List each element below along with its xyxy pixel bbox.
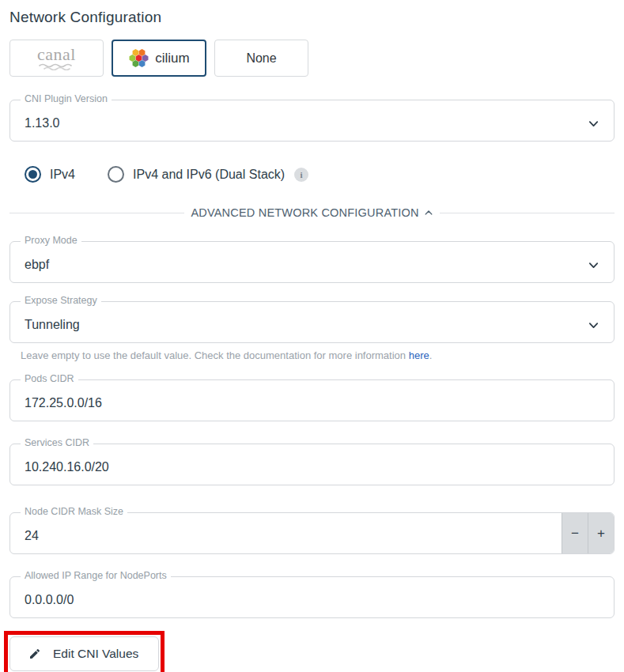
pods-cidr-value: 172.25.0.0/16 — [25, 396, 599, 410]
edit-cni-values-button[interactable]: Edit CNI Values — [9, 636, 159, 671]
cni-option-none[interactable]: None — [214, 40, 308, 77]
services-cidr-input[interactable]: Services CIDR 10.240.16.0/20 — [9, 444, 615, 485]
cni-option-canal[interactable]: canal — [9, 40, 104, 77]
services-cidr-label: Services CIDR — [21, 437, 93, 448]
cni-plugin-version-select[interactable]: CNI Plugin Version 1.13.0 — [9, 100, 615, 142]
chevron-up-icon — [424, 208, 433, 217]
node-cidr-mask-size-label: Node CIDR Mask Size — [21, 506, 127, 517]
node-cidr-mask-size-value: 24 — [25, 513, 562, 553]
expose-strategy-helper-text: Leave empty to use the default value. Ch… — [21, 349, 615, 361]
canal-logo: canal — [36, 46, 78, 70]
radio-circle-selected — [25, 166, 41, 183]
network-configuration-form: Network Configuration canal cilium — [0, 9, 624, 672]
documentation-link[interactable]: here — [409, 349, 429, 361]
proxy-mode-select[interactable]: Proxy Mode ebpf — [9, 241, 615, 283]
expose-strategy-value: Tunneling — [25, 318, 588, 332]
pods-cidr-label: Pods CIDR — [21, 373, 78, 384]
radio-dual-stack[interactable]: IPv4 and IPv6 (Dual Stack) i — [108, 166, 308, 183]
proxy-mode-value: ebpf — [25, 258, 588, 272]
info-icon[interactable]: i — [294, 168, 308, 182]
allowed-ip-range-input[interactable]: Allowed IP Range for NodePorts 0.0.0.0/0 — [9, 576, 615, 618]
radio-ipv4[interactable]: IPv4 — [25, 166, 75, 183]
cilium-logo-icon — [128, 47, 149, 69]
highlight-annotation: Edit CNI Values — [4, 631, 165, 672]
cni-plugin-version-label: CNI Plugin Version — [21, 93, 112, 104]
edit-cni-values-label: Edit CNI Values — [53, 647, 138, 661]
divider-line-left — [9, 213, 184, 213]
ip-family-radio-group: IPv4 IPv4 and IPv6 (Dual Stack) i — [25, 166, 615, 183]
proxy-mode-label: Proxy Mode — [21, 235, 81, 246]
node-cidr-mask-size-input[interactable]: Node CIDR Mask Size 24 − + — [9, 512, 615, 554]
cni-option-cilium[interactable]: cilium — [112, 40, 206, 77]
chevron-down-icon — [588, 259, 599, 271]
advanced-network-configuration-toggle[interactable]: ADVANCED NETWORK CONFIGURATION — [9, 206, 615, 219]
expose-strategy-label: Expose Strategy — [21, 295, 101, 306]
allowed-ip-range-value: 0.0.0.0/0 — [25, 593, 599, 607]
allowed-ip-range-label: Allowed IP Range for NodePorts — [21, 570, 171, 581]
chevron-down-icon — [588, 319, 599, 331]
radio-circle-unselected — [108, 166, 124, 183]
divider-line-right — [440, 213, 615, 213]
number-stepper: − + — [562, 513, 614, 553]
increment-button[interactable]: + — [588, 513, 614, 553]
expose-strategy-select[interactable]: Expose Strategy Tunneling — [9, 301, 615, 343]
cni-option-group: canal cilium None — [9, 40, 615, 77]
advanced-section-label: ADVANCED NETWORK CONFIGURATION — [191, 206, 418, 219]
canal-waves-icon — [36, 63, 78, 70]
pencil-icon — [28, 647, 41, 660]
pods-cidr-input[interactable]: Pods CIDR 172.25.0.0/16 — [9, 379, 615, 421]
decrement-button[interactable]: − — [562, 513, 588, 553]
chevron-down-icon — [588, 118, 599, 130]
cni-plugin-version-value: 1.13.0 — [25, 116, 588, 130]
services-cidr-value: 10.240.16.0/20 — [25, 460, 599, 474]
page-title: Network Configuration — [9, 9, 615, 26]
